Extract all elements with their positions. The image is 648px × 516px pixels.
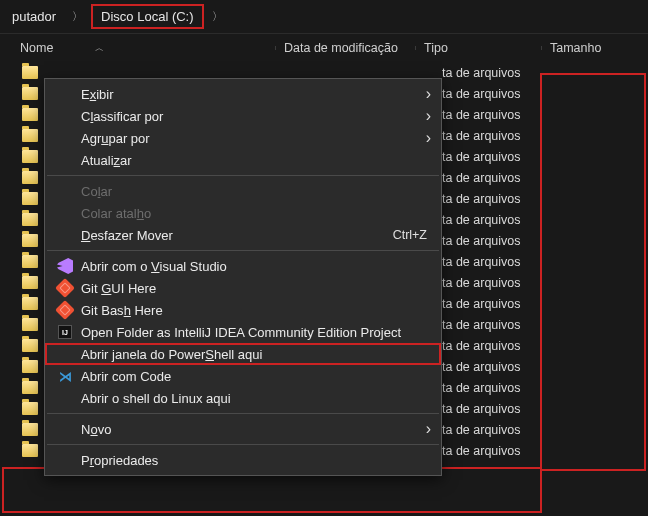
git-icon — [55, 281, 75, 295]
menu-item-group-by[interactable]: Agrupar por › — [45, 127, 441, 149]
type-label: ta de arquivos — [440, 213, 521, 227]
menu-separator — [47, 444, 439, 445]
menu-separator — [47, 413, 439, 414]
folder-icon — [22, 108, 38, 121]
column-header-type[interactable]: Tipo — [416, 41, 542, 55]
menu-item-view[interactable]: Exibir › — [45, 83, 441, 105]
menu-item-paste-shortcut: Colar atalho — [45, 202, 441, 224]
folder-icon — [22, 87, 38, 100]
visual-studio-icon — [55, 258, 75, 274]
type-label: ta de arquivos — [440, 423, 521, 437]
type-label: ta de arquivos — [440, 318, 521, 332]
menu-item-open-code[interactable]: ⋊ Abrir com Code — [45, 365, 441, 387]
type-label: ta de arquivos — [440, 339, 521, 353]
column-header-name[interactable]: Nome ︿ — [0, 41, 276, 55]
folder-icon — [22, 129, 38, 142]
menu-item-shortcut: Ctrl+Z — [393, 228, 427, 242]
menu-item-label: Git GUI Here — [81, 281, 431, 296]
menu-item-refresh[interactable]: Atualizar — [45, 149, 441, 171]
menu-item-new[interactable]: Novo › — [45, 418, 441, 440]
menu-item-label: Colar atalho — [81, 206, 431, 221]
folder-icon — [22, 444, 38, 457]
folder-icon — [22, 234, 38, 247]
type-label: ta de arquivos — [440, 150, 521, 164]
folder-icon — [22, 192, 38, 205]
menu-item-label: Open Folder as IntelliJ IDEA Community E… — [81, 325, 431, 340]
menu-separator — [47, 250, 439, 251]
menu-item-open-visual-studio[interactable]: Abrir com o Visual Studio — [45, 255, 441, 277]
column-header-type-label: Tipo — [424, 41, 448, 55]
menu-item-label: Exibir — [81, 87, 420, 102]
intellij-icon: IJ — [55, 325, 75, 339]
type-label: ta de arquivos — [440, 129, 521, 143]
menu-item-label: Agrupar por — [81, 131, 420, 146]
folder-icon — [22, 402, 38, 415]
column-header-size[interactable]: Tamanho — [542, 41, 642, 55]
menu-item-sort-by[interactable]: Classificar por › — [45, 105, 441, 127]
folder-icon — [22, 213, 38, 226]
folder-icon — [22, 150, 38, 163]
type-label: ta de arquivos — [440, 444, 521, 458]
menu-item-label: Colar — [81, 184, 431, 199]
menu-item-properties[interactable]: Propriedades — [45, 449, 441, 471]
menu-item-label: Abrir janela do PowerShell aqui — [81, 347, 431, 362]
submenu-arrow-icon: › — [426, 421, 431, 437]
type-label: ta de arquivos — [440, 360, 521, 374]
context-menu: Exibir › Classificar por › Agrupar por ›… — [44, 78, 442, 476]
column-headers: Nome ︿ Data de modificação Tipo Tamanho — [0, 34, 648, 62]
folder-icon — [22, 255, 38, 268]
folder-icon — [22, 66, 38, 79]
type-label: ta de arquivos — [440, 66, 521, 80]
column-header-name-label: Nome — [20, 41, 53, 55]
folder-icon — [22, 171, 38, 184]
menu-item-label: Abrir o shell do Linux aqui — [81, 391, 431, 406]
menu-item-undo-move[interactable]: Desfazer Mover Ctrl+Z — [45, 224, 441, 246]
type-label: ta de arquivos — [440, 171, 521, 185]
menu-item-label: Desfazer Mover — [81, 228, 393, 243]
menu-item-label: Classificar por — [81, 109, 420, 124]
chevron-right-icon: 〉 — [72, 9, 83, 24]
type-label: ta de arquivos — [440, 108, 521, 122]
column-header-date[interactable]: Data de modificação — [276, 41, 416, 55]
git-icon — [55, 303, 75, 317]
column-header-size-label: Tamanho — [550, 41, 601, 55]
submenu-arrow-icon: › — [426, 130, 431, 146]
type-label: ta de arquivos — [440, 192, 521, 206]
menu-item-label: Git Bash Here — [81, 303, 431, 318]
breadcrumb: putador 〉 Disco Local (C:) 〉 — [0, 0, 648, 34]
folder-icon — [22, 381, 38, 394]
menu-item-label: Novo — [81, 422, 420, 437]
folder-icon — [22, 423, 38, 436]
submenu-arrow-icon: › — [426, 86, 431, 102]
menu-item-paste: Colar — [45, 180, 441, 202]
folder-icon — [22, 318, 38, 331]
chevron-right-icon: 〉 — [212, 9, 223, 24]
menu-separator — [47, 175, 439, 176]
menu-item-git-bash[interactable]: Git Bash Here — [45, 299, 441, 321]
folder-icon — [22, 297, 38, 310]
breadcrumb-item-computer[interactable]: putador — [4, 5, 64, 28]
menu-item-powershell[interactable]: Abrir janela do PowerShell aqui — [45, 343, 441, 365]
type-label: ta de arquivos — [440, 297, 521, 311]
type-label: ta de arquivos — [440, 234, 521, 248]
menu-item-intellij[interactable]: IJ Open Folder as IntelliJ IDEA Communit… — [45, 321, 441, 343]
menu-item-label: Abrir com o Visual Studio — [81, 259, 431, 274]
vscode-icon: ⋊ — [55, 369, 75, 384]
type-label: ta de arquivos — [440, 255, 521, 269]
menu-item-label: Abrir com Code — [81, 369, 431, 384]
breadcrumb-item-drive-c[interactable]: Disco Local (C:) — [91, 4, 203, 29]
submenu-arrow-icon: › — [426, 108, 431, 124]
column-header-date-label: Data de modificação — [284, 41, 398, 55]
folder-icon — [22, 276, 38, 289]
folder-icon — [22, 339, 38, 352]
menu-item-linux-shell[interactable]: Abrir o shell do Linux aqui — [45, 387, 441, 409]
folder-icon — [22, 360, 38, 373]
menu-item-label: Propriedades — [81, 453, 431, 468]
type-label: ta de arquivos — [440, 402, 521, 416]
menu-item-git-gui[interactable]: Git GUI Here — [45, 277, 441, 299]
menu-item-label: Atualizar — [81, 153, 431, 168]
type-label: ta de arquivos — [440, 276, 521, 290]
sort-ascending-icon: ︿ — [95, 42, 104, 55]
type-label: ta de arquivos — [440, 87, 521, 101]
type-label: ta de arquivos — [440, 381, 521, 395]
